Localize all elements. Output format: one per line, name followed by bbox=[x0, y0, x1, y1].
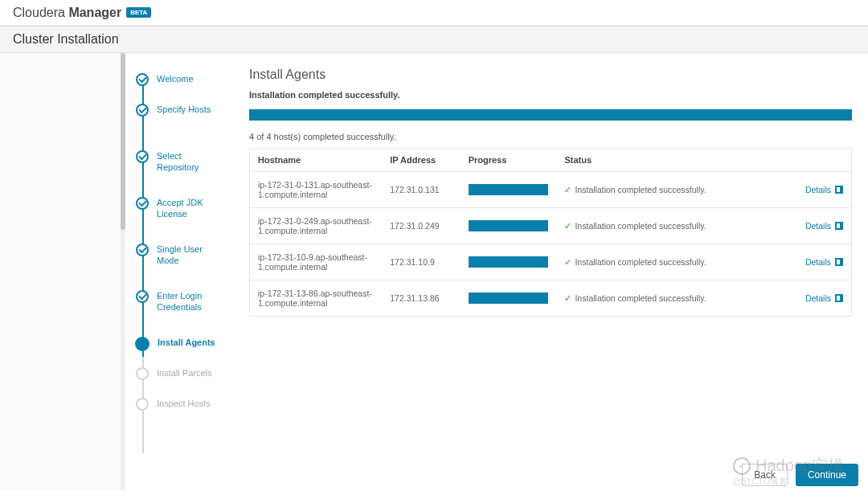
beta-badge: BETA bbox=[126, 7, 151, 18]
col-status: Status bbox=[556, 149, 773, 172]
status-cell: ✓Installation completed successfully. bbox=[556, 280, 773, 317]
col-actions bbox=[773, 149, 851, 172]
status-text: Installation completed successfully. bbox=[575, 293, 706, 303]
ip-cell: 172.31.0.131 bbox=[382, 172, 460, 208]
brand-bold: Manager bbox=[68, 6, 121, 19]
hostname-cell: ip-172-31-0-131.ap-southeast-1.compute.i… bbox=[250, 172, 383, 208]
ip-cell: 172.31.0.249 bbox=[382, 208, 460, 244]
col-hostname: Hostname bbox=[250, 149, 383, 172]
progress-cell bbox=[461, 208, 557, 244]
step-label: Inspect Hosts bbox=[157, 398, 211, 409]
step-circle-icon bbox=[135, 337, 149, 351]
details-text: Details bbox=[805, 185, 831, 194]
step-circle-icon bbox=[136, 367, 149, 380]
details-text: Details bbox=[805, 257, 831, 267]
details-text: Details bbox=[805, 293, 831, 303]
popup-icon bbox=[835, 186, 843, 194]
step-label: Install Agents bbox=[158, 337, 215, 348]
summary-line: 4 of 4 host(s) completed successfully. bbox=[249, 132, 852, 141]
progress-bar bbox=[469, 184, 549, 195]
step-circle-icon bbox=[136, 73, 149, 86]
status-cell: ✓Installation completed successfully. bbox=[556, 172, 773, 208]
wizard-step-8: Inspect Hosts bbox=[125, 390, 233, 420]
continue-button[interactable]: Continue bbox=[796, 464, 858, 486]
wizard-step-1[interactable]: Specify Hosts bbox=[125, 96, 233, 142]
wizard-steps: WelcomeSpecify HostsSelect RepositoryAcc… bbox=[125, 53, 233, 420]
page-subtitle: Cluster Installation bbox=[13, 32, 119, 47]
table-row: ip-172-31-0-131.ap-southeast-1.compute.i… bbox=[250, 172, 852, 208]
step-circle-icon bbox=[136, 290, 149, 303]
ip-cell: 172.31.13.86 bbox=[382, 280, 460, 317]
progress-cell bbox=[461, 280, 557, 317]
check-icon: ✓ bbox=[564, 257, 571, 267]
step-label: Select Repository bbox=[157, 150, 225, 174]
wizard-step-0[interactable]: Welcome bbox=[125, 65, 233, 96]
hostname-cell: ip-172-31-10-9.ap-southeast-1.compute.in… bbox=[250, 244, 383, 280]
status-text: Installation completed successfully. bbox=[575, 221, 706, 231]
main-content: Install Agents Installation completed su… bbox=[233, 53, 868, 490]
wizard-step-2[interactable]: Select Repository bbox=[125, 142, 233, 189]
wizard-nav: WelcomeSpecify HostsSelect RepositoryAcc… bbox=[125, 53, 233, 490]
back-button[interactable]: Back bbox=[742, 464, 788, 486]
wizard-step-6[interactable]: Install Agents bbox=[125, 329, 233, 359]
details-text: Details bbox=[805, 221, 831, 231]
page-body: WelcomeSpecify HostsSelect RepositoryAcc… bbox=[0, 53, 868, 490]
hostname-cell: ip-172-31-13-86.ap-southeast-1.compute.i… bbox=[250, 280, 383, 317]
step-label: Single User Mode bbox=[157, 243, 225, 267]
footer-bar: Back Continue bbox=[742, 464, 858, 486]
progress-cell bbox=[461, 244, 557, 280]
table-row: ip-172-31-13-86.ap-southeast-1.compute.i… bbox=[250, 280, 852, 317]
wizard-step-5[interactable]: Enter Login Credentials bbox=[125, 282, 233, 329]
step-label: Install Parcels bbox=[157, 367, 211, 378]
step-label: Accept JDK License bbox=[157, 197, 225, 220]
table-row: ip-172-31-0-249.ap-southeast-1.compute.i… bbox=[250, 208, 852, 244]
step-label: Specify Hosts bbox=[157, 104, 211, 115]
wizard-step-7: Install Parcels bbox=[125, 359, 233, 390]
progress-bar bbox=[469, 256, 549, 268]
status-cell: ✓Installation completed successfully. bbox=[556, 244, 773, 280]
popup-icon bbox=[835, 222, 843, 230]
progress-bar bbox=[469, 220, 549, 231]
brand-light: Cloudera bbox=[13, 6, 65, 19]
actions-cell: Details bbox=[773, 208, 851, 244]
actions-cell: Details bbox=[773, 244, 851, 280]
step-circle-icon bbox=[136, 150, 149, 163]
progress-cell bbox=[461, 172, 557, 208]
col-ip: IP Address bbox=[382, 149, 460, 172]
step-circle-icon bbox=[136, 398, 149, 411]
table-header-row: Hostname IP Address Progress Status bbox=[250, 149, 852, 172]
step-label: Enter Login Credentials bbox=[157, 290, 225, 313]
check-icon: ✓ bbox=[564, 293, 571, 303]
progress-bar bbox=[469, 293, 549, 304]
popup-icon bbox=[835, 258, 843, 266]
hostname-cell: ip-172-31-0-249.ap-southeast-1.compute.i… bbox=[250, 208, 383, 244]
step-circle-icon bbox=[136, 243, 149, 256]
sub-header: Cluster Installation bbox=[0, 26, 868, 53]
step-circle-icon bbox=[136, 197, 149, 210]
actions-cell: Details bbox=[773, 172, 851, 208]
details-link[interactable]: Details bbox=[805, 257, 843, 267]
details-link[interactable]: Details bbox=[805, 185, 843, 194]
wizard-step-4[interactable]: Single User Mode bbox=[125, 235, 233, 282]
check-icon: ✓ bbox=[564, 185, 571, 194]
wizard-step-3[interactable]: Accept JDK License bbox=[125, 189, 233, 235]
ip-cell: 172.31.10.9 bbox=[382, 244, 460, 280]
brand: Cloudera Manager bbox=[13, 6, 121, 20]
left-spacer bbox=[0, 53, 125, 490]
status-text: Installation completed successfully. bbox=[575, 185, 706, 194]
details-link[interactable]: Details bbox=[805, 293, 843, 303]
details-link[interactable]: Details bbox=[805, 221, 843, 231]
check-icon: ✓ bbox=[564, 221, 571, 231]
table-row: ip-172-31-10-9.ap-southeast-1.compute.in… bbox=[250, 244, 852, 280]
status-cell: ✓Installation completed successfully. bbox=[556, 208, 773, 244]
hosts-table: Hostname IP Address Progress Status ip-1… bbox=[249, 148, 852, 317]
actions-cell: Details bbox=[773, 280, 851, 317]
step-label: Welcome bbox=[157, 73, 194, 84]
top-header: Cloudera Manager BETA bbox=[0, 0, 868, 26]
page-title: Install Agents bbox=[249, 68, 852, 82]
overall-progress-bar bbox=[249, 109, 852, 121]
step-circle-icon bbox=[136, 104, 149, 117]
completion-message: Installation completed successfully. bbox=[249, 90, 852, 100]
status-text: Installation completed successfully. bbox=[575, 257, 706, 267]
popup-icon bbox=[835, 294, 843, 302]
